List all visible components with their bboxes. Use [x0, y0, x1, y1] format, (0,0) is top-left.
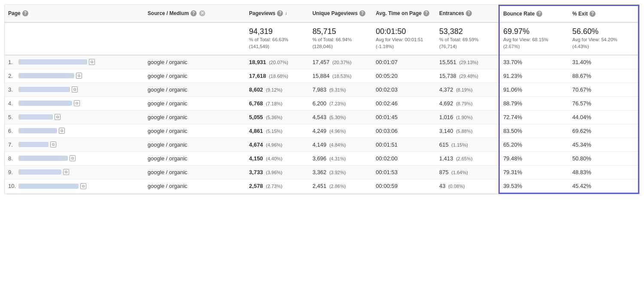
- summary-avgtime-main: 00:01:50: [376, 27, 432, 36]
- bounce-cell: 79.31%: [499, 165, 569, 179]
- entrances-cell: 1,413 (2.65%): [436, 151, 499, 165]
- entrances-value: 615: [439, 141, 449, 148]
- exit-cell: 50.80%: [569, 151, 638, 165]
- source-help-icon[interactable]: ?: [191, 10, 197, 16]
- table-row: 4. ⧉ google / organic6,768 (7.18%)6,200 …: [5, 96, 639, 110]
- bounce-cell: 72.74%: [499, 110, 569, 124]
- copy-icon[interactable]: ⧉: [72, 86, 78, 92]
- entrances-cell: 15,738 (29.48%): [436, 69, 499, 83]
- exit-cell: 45.34%: [569, 138, 638, 151]
- summary-pageviews-cell: 94,319 % of Total: 66.63% (141,549): [246, 22, 309, 55]
- row-number: 1.: [8, 59, 17, 65]
- page-cell: 9. ⧉: [5, 165, 144, 179]
- unique-value: 3,696: [313, 155, 327, 162]
- table-row: 10. ⧉ google / organic2,578 (2.73%)2,451…: [5, 179, 639, 193]
- col-header-source: Source / Medium ? ✕: [144, 6, 246, 22]
- page-cell: 2. ⧉: [5, 69, 144, 83]
- copy-icon[interactable]: ⧉: [89, 59, 95, 65]
- pageviews-value: 4,150: [249, 155, 263, 162]
- pageviews-cell: 4,861 (5.15%): [246, 124, 309, 138]
- unique-pct: (9.31%): [329, 87, 346, 92]
- bounce-cell: 39.53%: [499, 179, 569, 193]
- exit-cell: 44.04%: [569, 110, 638, 124]
- summary-entrances-sub: % of Total: 69.59% (76,714): [439, 36, 495, 50]
- entrances-cell: 1,016 (1.90%): [436, 110, 499, 124]
- copy-icon[interactable]: ⧉: [80, 183, 86, 189]
- summary-bounce-main: 69.97%: [503, 27, 565, 36]
- table-row: 8. ⧉ google / organic4,150 (4.40%)3,696 …: [5, 151, 639, 165]
- source-cell: google / organic: [144, 55, 246, 69]
- pageviews-pct: (4.40%): [266, 156, 283, 161]
- exit-cell: 45.42%: [569, 179, 638, 193]
- avgtime-help-icon[interactable]: ?: [423, 10, 429, 16]
- copy-icon[interactable]: ⧉: [59, 128, 65, 134]
- exit-help-icon[interactable]: ?: [589, 11, 595, 17]
- source-cell: google / organic: [144, 179, 246, 193]
- exit-cell: 69.62%: [569, 124, 638, 138]
- copy-icon[interactable]: ⧉: [74, 100, 80, 106]
- row-number: 7.: [8, 141, 17, 148]
- summary-entrances-main: 53,382: [439, 27, 495, 36]
- unique-help-icon[interactable]: ?: [359, 10, 365, 16]
- page-cell: 1. ⧉: [5, 55, 144, 69]
- copy-icon[interactable]: ⧉: [76, 73, 82, 79]
- copy-icon[interactable]: ⧉: [55, 114, 61, 120]
- pageviews-pct: (7.18%): [266, 101, 283, 106]
- col-header-entrances: Entrances ?: [436, 6, 499, 22]
- entrances-pct: (29.48%): [459, 74, 478, 79]
- row-number: 5.: [8, 114, 17, 120]
- col-header-bounce: Bounce Rate ?: [499, 6, 569, 22]
- table-header-row: Page ? Source / Medium ? ✕ Pageviews ?: [5, 6, 639, 22]
- unique-cell: 4,149 (4.84%): [309, 138, 373, 151]
- analytics-table: Page ? Source / Medium ? ✕ Pageviews ?: [4, 4, 640, 194]
- page-blurred: [18, 73, 74, 78]
- copy-icon[interactable]: ⧉: [63, 169, 69, 175]
- page-cell: 8. ⧉: [5, 151, 144, 165]
- entrances-help-icon[interactable]: ?: [466, 10, 472, 16]
- page-cell: 6. ⧉: [5, 124, 144, 138]
- source-cell: google / organic: [144, 165, 246, 179]
- source-cell: google / organic: [144, 124, 246, 138]
- avgtime-cell: 00:02:03: [372, 83, 436, 96]
- bounce-help-icon[interactable]: ?: [536, 11, 542, 17]
- col-header-avgtime: Avg. Time on Page ?: [372, 6, 436, 22]
- pageviews-pct: (20.07%): [269, 60, 288, 65]
- source-cell: google / organic: [144, 151, 246, 165]
- source-cell: google / organic: [144, 138, 246, 151]
- entrances-pct: (8.79%): [456, 101, 473, 106]
- pageviews-value: 4,861: [249, 128, 263, 134]
- pageviews-header-label: Pageviews: [249, 10, 275, 17]
- pageviews-cell: 2,578 (2.73%): [246, 179, 309, 193]
- unique-pct: (4.84%): [329, 142, 346, 147]
- page-blurred: [18, 128, 57, 133]
- pageviews-help-icon[interactable]: ?: [277, 10, 283, 16]
- pageviews-sort-icon[interactable]: ↓: [285, 10, 287, 16]
- pageviews-cell: 4,674 (4.96%): [246, 138, 309, 151]
- entrances-value: 4,372: [439, 86, 453, 93]
- unique-value: 17,457: [313, 59, 330, 65]
- entrances-cell: 4,692 (8.79%): [436, 96, 499, 110]
- page-cell: 10. ⧉: [5, 179, 144, 193]
- summary-bounce-sub: Avg for View: 68.15% (2.67%): [503, 36, 565, 50]
- summary-avgtime-cell: 00:01:50 Avg for View: 00:01:51 (-1.18%): [372, 22, 436, 55]
- page-help-icon[interactable]: ?: [22, 10, 28, 16]
- pageviews-pct: (3.96%): [266, 170, 283, 175]
- copy-icon[interactable]: ⧉: [70, 155, 76, 161]
- copy-icon[interactable]: ⧉: [50, 141, 56, 147]
- source-close-icon[interactable]: ✕: [199, 10, 205, 16]
- avgtime-cell: 00:01:07: [372, 55, 436, 69]
- unique-pct: (20.37%): [332, 60, 352, 65]
- page-cell: 5. ⧉: [5, 110, 144, 124]
- entrances-value: 15,738: [439, 73, 456, 79]
- entrances-value: 43: [439, 183, 445, 189]
- entrances-cell: 875 (1.64%): [436, 165, 499, 179]
- pageviews-cell: 3,733 (3.96%): [246, 165, 309, 179]
- entrances-cell: 3,140 (5.88%): [436, 124, 499, 138]
- entrances-value: 1,016: [439, 114, 453, 120]
- row-number: 8.: [8, 155, 17, 162]
- row-number: 3.: [8, 86, 17, 93]
- pageviews-pct: (9.12%): [266, 87, 283, 92]
- unique-value: 6,200: [313, 100, 327, 107]
- summary-exit-cell: 56.60% Avg for View: 54.20% (4.43%): [569, 22, 638, 55]
- page-blurred: [18, 101, 72, 106]
